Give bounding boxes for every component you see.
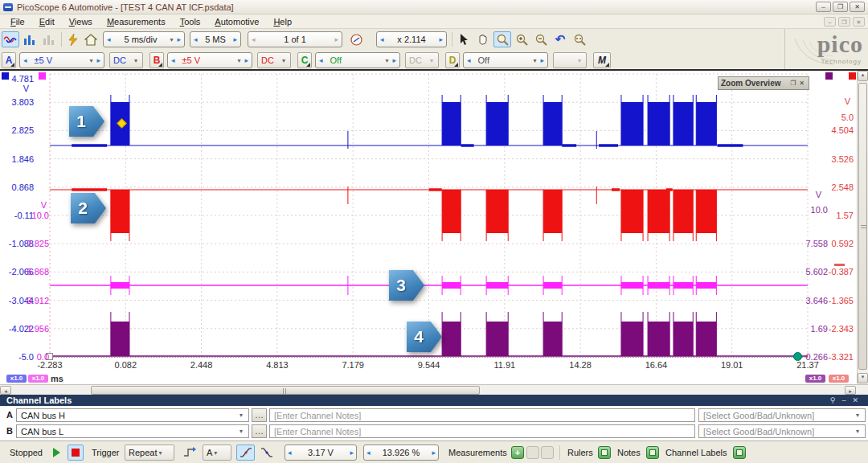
sample-count-control[interactable]: ◂ 5 MS ▸ [190,31,241,47]
row-a-label-dropdown[interactable]: CAN bus H ▾ [16,408,249,422]
waveform-plot[interactable] [50,74,808,357]
pin-icon[interactable]: ⚲ [827,396,839,404]
channel-a-scale-marker[interactable] [2,72,9,80]
math-channels-button[interactable]: M [593,52,611,68]
zoom-overview-window[interactable]: Zoom Overview ❐ ✕ [718,76,809,90]
delete-measurement-button[interactable] [541,446,554,459]
channel-b-range-dropdown-arrow[interactable]: ▾ [235,57,242,64]
channel-a-range-next-arrow[interactable]: ▸ [94,56,103,64]
scale-badge-magenta[interactable]: x1.0 [28,375,48,383]
advanced-trigger-button[interactable] [180,445,199,461]
channel-d-options-button[interactable]: D [445,52,460,68]
scale-badge-red[interactable]: x1.0 [829,375,849,383]
menu-help[interactable]: Help [266,15,299,28]
channel-labels-button[interactable] [733,446,746,459]
zoom-factor-prev-arrow[interactable]: ◂ [378,35,387,43]
row-a-label-dropdown-arrow[interactable]: ▾ [238,412,244,419]
auto-setup-button[interactable] [64,31,82,47]
horizontal-scrollbar[interactable]: ◂ ▸ [0,384,868,395]
samples-prev-arrow[interactable]: ◂ [191,35,200,43]
zoom-overview-close-icon[interactable]: ✕ [797,80,806,87]
edit-measurement-button[interactable] [526,446,539,459]
start-capture-icon[interactable] [53,448,60,457]
trigger-level-next-arrow[interactable]: ▸ [347,449,356,457]
scroll-down-icon[interactable]: ▾ [858,373,868,383]
timebase-dropdown-arrow[interactable]: ▾ [168,36,174,43]
persistence-view-button[interactable] [40,31,58,47]
rising-edge-button[interactable] [236,445,255,461]
notes-button[interactable] [646,446,659,459]
buffer-prev-arrow[interactable]: ◂ [249,35,258,43]
row-b-more-button[interactable]: … [252,424,267,438]
menu-measurements[interactable]: Measurements [100,15,173,28]
waveform-area[interactable]: x1.0 x1.0 ms x1.0 x1.0 1 2 3 4 Zoom Over… [0,71,868,384]
channel-b-options-button[interactable]: B [149,52,164,68]
channel-d-range-control[interactable]: ◂ Off ▾ ▸ [463,52,548,68]
channel-d-range-next-arrow[interactable]: ▸ [538,56,547,64]
channel-d-range-dropdown-arrow[interactable]: ▾ [531,57,538,64]
channel-b-range-next-arrow[interactable]: ▸ [242,56,251,64]
scroll-up-icon[interactable]: ▴ [858,71,868,81]
falling-edge-button[interactable] [257,445,276,461]
buffer-navigation-control[interactable]: ◂ 1 of 1 ▸ [248,31,342,47]
zoom-box-tool-button[interactable] [493,31,511,47]
pre-trigger-prev-arrow[interactable]: ◂ [364,449,373,457]
minimize-button[interactable]: – [816,2,831,12]
row-a-rating-dropdown[interactable]: [Select Good/Bad/Unknown] ▾ [698,408,866,422]
maximize-button[interactable]: ❐ [833,2,848,12]
channel-d-range-prev-arrow[interactable]: ◂ [465,56,473,64]
document-restore-button[interactable]: ❐ [838,17,850,27]
channel-b-ground-marker[interactable] [834,264,845,266]
zoom-factor-control[interactable]: ◂ x 2.114 ▸ [376,31,447,47]
scope-view-button[interactable] [2,31,19,47]
zoom-out-tool-button[interactable] [532,31,550,47]
menu-views[interactable]: Views [62,15,100,28]
menu-tools[interactable]: Tools [173,15,208,28]
scroll-right-icon[interactable]: ▸ [845,386,856,395]
buffer-next-arrow[interactable]: ▸ [332,35,341,43]
samples-next-arrow[interactable]: ▸ [231,35,240,43]
vertical-scrollbar-thumb[interactable] [858,83,867,370]
channel-a-coupling-dropdown[interactable]: DC ▾ [109,52,143,68]
channel-c-range-dropdown-arrow[interactable]: ▾ [383,57,390,64]
row-b-label-dropdown[interactable]: CAN bus L ▾ [16,424,249,438]
row-a-more-button[interactable]: … [252,408,267,422]
document-minimize-button[interactable]: – [824,17,836,27]
close-button[interactable]: ✕ [850,2,865,12]
channel-b-range-control[interactable]: ◂ ±5 V ▾ ▸ [167,52,252,68]
menu-automotive[interactable]: Automotive [207,15,266,28]
channel-a-options-button[interactable]: A [2,52,16,68]
add-measurement-button[interactable]: + [511,446,524,459]
trigger-mode-dropdown[interactable]: Repeat ▾ [125,445,174,461]
home-button[interactable] [82,31,100,47]
spectrum-view-button[interactable] [21,31,39,47]
trigger-mode-arrow[interactable]: ▾ [157,449,163,457]
timebase-prev-arrow[interactable]: ◂ [104,35,113,43]
rulers-button[interactable] [598,446,611,459]
vertical-scrollbar[interactable]: ▴ ▾ [857,71,868,384]
undo-zoom-button[interactable]: ↶ [551,31,569,47]
zoom-factor-next-arrow[interactable]: ▸ [436,35,445,43]
row-b-notes-input[interactable] [269,424,695,438]
row-b-label-dropdown-arrow[interactable]: ▾ [238,428,244,435]
channel-c-options-button[interactable]: C [297,52,312,68]
channel-a-range-control[interactable]: ◂ ±5 V ▾ ▸ [19,52,104,68]
magenta-scale-marker[interactable] [39,72,46,80]
panel-minimize-icon[interactable]: – [838,396,849,404]
row-a-rating-dropdown-arrow[interactable]: ▾ [854,412,861,419]
channel-c-range-next-arrow[interactable]: ▸ [390,56,399,64]
normal-selection-tool-button[interactable] [455,31,473,47]
trigger-level-prev-arrow[interactable]: ◂ [285,449,294,457]
channel-a-range-prev-arrow[interactable]: ◂ [21,56,30,64]
zoom-in-tool-button[interactable] [513,31,530,47]
horizontal-scrollbar-thumb[interactable] [91,386,480,395]
menu-file[interactable]: File [3,15,32,28]
panel-close-icon[interactable]: ✕ [849,396,862,404]
pre-trigger-control[interactable]: ◂ 13.926 % ▸ [363,445,439,461]
row-a-notes-input[interactable] [269,408,695,422]
channel-labels-header[interactable]: Channel Labels ⚲ – ✕ [0,395,868,406]
trigger-level-control[interactable]: ◂ 3.17 V ▸ [285,445,357,461]
stop-capture-button[interactable] [68,445,84,461]
pre-trigger-next-arrow[interactable]: ▸ [429,449,438,457]
zoom-full-button[interactable] [571,31,588,47]
